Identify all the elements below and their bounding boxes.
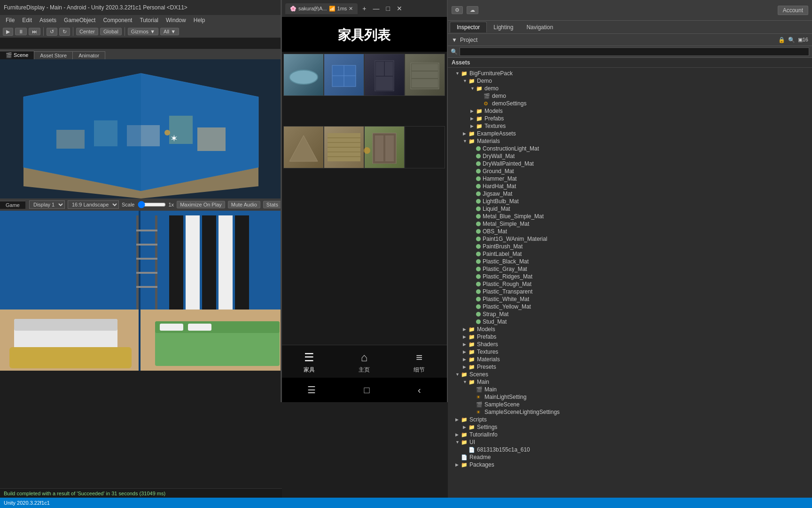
tree-item-settings-folder[interactable]: ▶ 📁 Settings [448,423,812,431]
tree-item-hardhat-mat[interactable]: HardHat_Mat [448,183,812,190]
tab-lighting[interactable]: Lighting [487,22,520,32]
furniture-item-6[interactable] [324,126,364,168]
tree-item-materials-2[interactable]: ▶ 📁 Materials [448,356,812,363]
scale-slider[interactable] [138,201,166,208]
menu-component[interactable]: Component [99,17,136,24]
scene-viewport[interactable]: ✶ [0,59,282,198]
tab-navigation[interactable]: Navigation [520,22,560,32]
tree-item-paint1g-wanim-material[interactable]: Paint1G_WAnim_Material [448,235,812,243]
tree-item-obs-mat[interactable]: OBS_Mat [448,228,812,235]
tree-item-tutorialinfo[interactable]: ▶ 📁 TutorialInfo [448,431,812,438]
tree-item-demosettings[interactable]: ⚙ demoSettings [448,100,812,107]
tree-item-paintlabel-mat[interactable]: PaintLabel_Mat [448,250,812,258]
tree-item-shaders[interactable]: ▶ 📁 Shaders [448,341,812,348]
tree-item-plastic-white-mat[interactable]: Plastic_White_Mat [448,295,812,303]
furniture-item-7[interactable] [364,126,405,168]
menu-assets[interactable]: Assets [36,17,60,24]
browser-maximize[interactable]: □ [384,5,392,12]
tree-item-ground-mat[interactable]: Ground_Mat [448,167,812,175]
project-lock-btn[interactable]: 🔒 [778,37,785,43]
tree-item-plastic-ridges-mat[interactable]: Plastic_Ridges_Mat [448,273,812,280]
tree-item-main-folder[interactable]: ▼ 📁 Main [448,378,812,386]
undo-button[interactable]: ↺ [47,28,57,36]
furniture-item-4[interactable] [405,54,445,96]
rp-cloud-btn[interactable]: ☁ [467,6,478,14]
all-button[interactable]: All ▼ [160,28,179,35]
tab-assetstore[interactable]: Asset Store [34,51,73,59]
menu-file[interactable]: File [2,17,18,24]
tab-close-icon[interactable]: ✕ [349,6,353,12]
play-button[interactable]: ▶ [3,28,13,36]
tree-item-drywallpainted-mat[interactable]: DryWallPainted_Mat [448,160,812,167]
tree-item-jigsaw-mat[interactable]: Jigsaw_Mat [448,190,812,198]
sys-home-btn[interactable]: □ [364,385,370,396]
tree-item-lightbulb-mat[interactable]: LightBulb_Mat [448,198,812,205]
browser-close[interactable]: ✕ [395,5,404,12]
tree-item-metal-blue-simple-mat[interactable]: Metal_Blue_Simple_Mat [448,213,812,220]
tree-item-stud-mat[interactable]: Stud_Mat [448,318,812,325]
tree-item-samplelighting[interactable]: ☀ SampleSceneLightingSettings [448,408,812,416]
account-button[interactable]: Account [778,6,808,15]
tree-item-main-scene[interactable]: 🎬 Main [448,386,812,393]
menu-tutorial[interactable]: Tutorial [136,17,162,24]
menu-window[interactable]: Window [162,17,190,24]
tree-item-metal-simple-mat[interactable]: Metal_Simple_Mat [448,220,812,228]
tree-item-constructionlight-mat[interactable]: ConstructionLight_Mat [448,145,812,152]
nav-home[interactable]: ⌂ 主页 [349,349,379,376]
tree-item-plastic-transparent[interactable]: Plastic_Transparent [448,288,812,295]
furniture-item-2[interactable] [324,54,364,96]
furniture-item-5[interactable] [283,126,324,168]
panel-splitter[interactable] [281,0,282,402]
browser-add-tab[interactable]: + [360,5,368,12]
tree-item-models-1[interactable]: ▶ 📁 Models [448,107,812,115]
tree-item-bigfurniturepack[interactable]: ▼ 📁 BigFurniturePack [448,70,812,77]
display-select[interactable]: Display 1 [29,200,65,209]
tree-item-demo-folder[interactable]: ▼ 📁 Demo [448,77,812,85]
project-search-input[interactable] [460,48,809,56]
tree-item-hammer-mat[interactable]: Hammer_Mat [448,175,812,183]
global-button[interactable]: Global [100,28,122,35]
tree-item-exampleassets[interactable]: ▶ 📁 ExampleAssets [448,130,812,137]
tree-item-scripts[interactable]: ▶ 📁 Scripts [448,416,812,423]
sys-menu-btn[interactable]: ☰ [307,384,316,396]
pause-button[interactable]: ⏸ [15,28,27,35]
tree-item-liquid-mat[interactable]: Liquid_Mat [448,205,812,213]
tree-item-samplescene[interactable]: 🎬 SampleScene [448,401,812,408]
redo-button[interactable]: ↻ [59,28,70,36]
tree-item-plastic-gray-mat[interactable]: Plastic_Gray_Mat [448,265,812,273]
tree-item-drywall-mat[interactable]: DryWall_Mat [448,152,812,160]
sys-back-btn[interactable]: ‹ [418,385,421,396]
project-search-btn[interactable]: 🔍 [788,37,795,43]
menu-gameobject[interactable]: GameObject [60,17,99,24]
tree-item-prefabs-1[interactable]: ▶ 📁 Prefabs [448,115,812,122]
tree-item-demo-sub[interactable]: ▼ 📁 demo [448,85,812,92]
tree-item-materials-top[interactable]: ▼ 📁 Materials [448,137,812,145]
menu-help[interactable]: Help [190,17,209,24]
tree-item-presets[interactable]: ▶ 📁 Presets [448,363,812,371]
maximize-btn[interactable]: Maximize On Play [177,201,225,208]
tab-scene[interactable]: 🎬 Scene [0,51,34,59]
tree-item-mainlightsetting[interactable]: ☀ MainLightSetting [448,393,812,401]
gizmos-button[interactable]: Gizmos ▼ [128,28,158,35]
tree-item-textures-1[interactable]: ▶ 📁 Textures [448,122,812,130]
tree-item-plastic-black-mat[interactable]: Plastic_Black_Mat [448,258,812,265]
mute-btn[interactable]: Mute Audio [228,201,260,208]
tree-item-strap-mat[interactable]: Strap_Mat [448,310,812,318]
furniture-item-1[interactable] [283,54,324,96]
tree-item-packages[interactable]: ▶ 📁 Packages [448,461,812,468]
browser-minimize[interactable]: — [371,5,382,12]
tree-item-demo-item[interactable]: 🎬 demo [448,92,812,100]
tree-item-textures-2[interactable]: ▶ 📁 Textures [448,348,812,356]
furniture-item-3[interactable] [364,54,405,96]
menu-edit[interactable]: Edit [18,17,36,24]
center-button[interactable]: Center [76,28,98,35]
tab-animator[interactable]: Animator [73,51,105,59]
project-tree[interactable]: ▼ 📁 BigFurniturePack ▼ 📁 Demo ▼ 📁 demo [448,68,812,508]
tree-item-uid[interactable]: 📄 681313b155c1a_610 [448,446,812,453]
tree-item-plastic-yellow-mat[interactable]: Plastic_Yellow_Mat [448,303,812,310]
rp-settings-btn[interactable]: ⚙ [452,6,463,14]
nav-furniture[interactable]: ☰ 家具 [294,349,324,376]
tab-inspector[interactable]: Inspector [450,22,487,32]
tree-item-scenes[interactable]: ▼ 📁 Scenes [448,371,812,378]
game-viewport[interactable] [0,211,282,371]
